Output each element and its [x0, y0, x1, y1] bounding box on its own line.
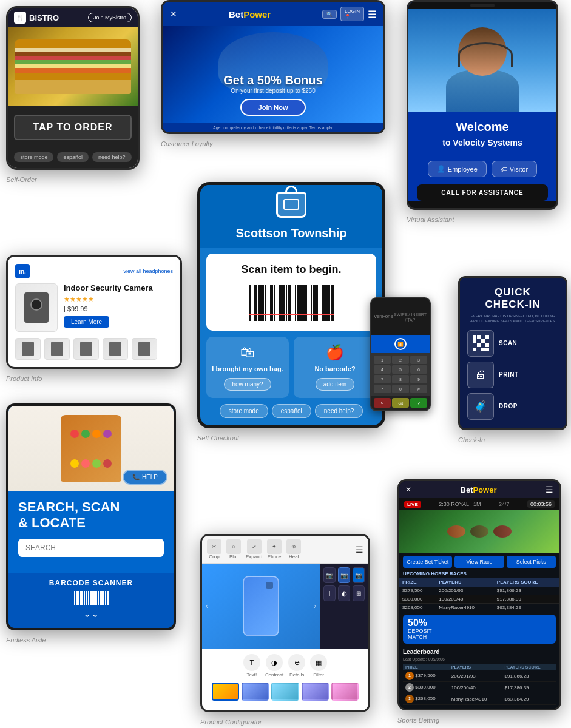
photo-btn-4[interactable]: T — [323, 585, 336, 601]
bag-shape — [276, 192, 306, 218]
qr-icon — [473, 335, 489, 351]
contrast-icon[interactable]: ◑ — [266, 654, 283, 671]
no-barcode-icon: 🍎 — [299, 344, 371, 361]
betpower-header: ✕ BetPower 🔍 LOGIN📍 ☰ — [163, 2, 383, 26]
espanol-button[interactable]: español — [57, 152, 89, 162]
sample-3[interactable] — [271, 682, 299, 701]
sandwich-image — [15, 39, 132, 94]
terminal-brand-text: VeriFone — [374, 314, 393, 320]
tap-to-order-button[interactable]: TAP TO ORDER — [14, 115, 132, 140]
players-1: 200/201/93 — [436, 587, 494, 595]
prev-arrow[interactable]: ‹ — [206, 602, 208, 610]
loyalty-screen: ✕ BetPower 🔍 LOGIN📍 ☰ Get a 50% Bonus On… — [163, 2, 383, 132]
key-0[interactable]: 0 — [392, 385, 409, 393]
print-icon-box[interactable]: 🖨 — [467, 362, 494, 388]
scan-icon-box[interactable] — [467, 330, 494, 357]
store-mode-button[interactable]: store mode — [220, 404, 268, 418]
filter-icon[interactable]: ▦ — [310, 654, 327, 671]
key-1[interactable]: 1 — [374, 356, 391, 364]
employee-button[interactable]: 👤 Employee — [428, 161, 487, 177]
photo-btn-3[interactable]: 📷 — [353, 567, 365, 583]
key-8[interactable]: 8 — [392, 375, 409, 383]
sports-menu-icon[interactable]: ☰ — [546, 485, 553, 494]
key-4[interactable]: 4 — [374, 365, 391, 374]
thumbnail-3[interactable] — [73, 338, 99, 360]
learn-more-button[interactable]: Learn More — [64, 316, 109, 328]
heal-label: Heal — [289, 554, 299, 559]
blur-tool[interactable]: ○ — [226, 539, 241, 554]
key-3[interactable]: 3 — [410, 356, 427, 364]
text-icon[interactable]: T — [243, 654, 260, 671]
search-icon[interactable]: 🔍 — [322, 10, 337, 19]
thumbnail-2[interactable] — [44, 338, 70, 360]
race-timer: 00:03:56 — [527, 500, 555, 508]
heal-tool[interactable]: ⊕ — [286, 539, 301, 554]
join-now-button[interactable]: Join Now — [240, 99, 306, 116]
config-photo-tools: 📷 📷 📷 T ◐ ⊞ — [320, 564, 368, 649]
view-all-link[interactable]: view all headphones — [123, 268, 173, 274]
need-help-button[interactable]: need help? — [315, 404, 363, 418]
contrast-tool: ◑ Contrast — [265, 654, 283, 678]
sports-race-image — [399, 510, 559, 553]
sports-header: ✕ BetPower ☰ — [399, 481, 559, 498]
expand-tool[interactable]: ⤢ — [247, 539, 262, 554]
details-icon[interactable]: ⊕ — [288, 654, 305, 671]
search-input[interactable] — [18, 539, 164, 557]
sports-logo-accent: Power — [473, 485, 496, 494]
visitor-button[interactable]: 🏷 Visitor — [492, 161, 537, 177]
details-tool: ⊕ Details — [288, 654, 305, 678]
product-logo-row: m. view all headphones — [15, 264, 173, 278]
sample-1[interactable] — [212, 682, 239, 701]
key-star[interactable]: * — [374, 385, 391, 393]
call-assistance-button[interactable]: CALL FOR ASSISTANCE — [417, 184, 548, 201]
lb-score-3: $63,384.29 — [502, 693, 556, 705]
drop-icon-box[interactable]: 🧳 — [467, 393, 494, 420]
crop-tool[interactable]: ✂ — [207, 539, 221, 554]
scan-line — [249, 314, 334, 315]
thumbnail-1[interactable] — [15, 338, 41, 360]
device-terminal: VeriFone SWIPE / INSERT / TAP 📶 1 2 3 4 … — [370, 297, 431, 411]
enter-key[interactable]: ✓ — [410, 398, 427, 408]
lime-icon — [81, 430, 90, 438]
photo-btn-5[interactable]: ◐ — [338, 585, 350, 601]
store-mode-button[interactable]: store mode — [14, 152, 53, 162]
key-6[interactable]: 6 — [410, 365, 427, 374]
device-productinfo: m. view all headphones Indoor Security C… — [6, 255, 182, 369]
key-2[interactable]: 2 — [392, 356, 409, 364]
key-hash[interactable]: # — [410, 385, 427, 393]
thumbnail-5[interactable] — [132, 338, 157, 360]
help-button[interactable]: 📞 HELP — [123, 470, 167, 485]
select-picks-button[interactable]: Select Picks — [507, 556, 556, 568]
menu-icon[interactable]: ☰ — [368, 8, 376, 20]
sample-2[interactable] — [242, 682, 269, 701]
photo-btn-6[interactable]: ⊞ — [353, 585, 365, 601]
thumbnail-4[interactable] — [103, 338, 128, 360]
photo-btn-2[interactable]: 📷 — [338, 567, 350, 583]
employee-icon: 👤 — [437, 165, 445, 173]
key-5[interactable]: 5 — [392, 365, 409, 374]
add-item-button[interactable]: add item — [316, 378, 354, 391]
how-many-button[interactable]: how many? — [224, 378, 271, 391]
key-7[interactable]: 7 — [374, 375, 391, 383]
cancel-key[interactable]: C — [374, 398, 391, 408]
sample-5[interactable] — [331, 682, 359, 701]
clear-key[interactable]: ⌫ — [392, 398, 409, 408]
view-race-button[interactable]: View Race — [454, 556, 504, 568]
login-button[interactable]: LOGIN📍 — [340, 7, 364, 21]
enhance-tool[interactable]: ✦ — [267, 539, 282, 554]
drop-option: 🧳 DROP — [467, 393, 558, 420]
need-help-button[interactable]: need help? — [92, 152, 132, 162]
join-mybistro-button[interactable]: Join MyBistro — [88, 13, 132, 22]
filter-label: Filter — [310, 672, 327, 678]
betpower-close-icon[interactable]: ✕ — [170, 9, 177, 19]
config-menu-icon[interactable]: ☰ — [356, 545, 363, 554]
camera-bump — [470, 4, 495, 7]
next-arrow[interactable]: › — [314, 602, 316, 610]
sports-close-icon[interactable]: ✕ — [405, 485, 411, 494]
photo-btn-1[interactable]: 📷 — [323, 567, 336, 583]
espanol-button[interactable]: español — [272, 404, 311, 418]
create-bet-button[interactable]: Create Bet Ticket — [403, 556, 452, 568]
key-9[interactable]: 9 — [410, 375, 427, 383]
sample-4[interactable] — [302, 682, 329, 701]
betpower-logo-accent: Power — [243, 9, 271, 19]
